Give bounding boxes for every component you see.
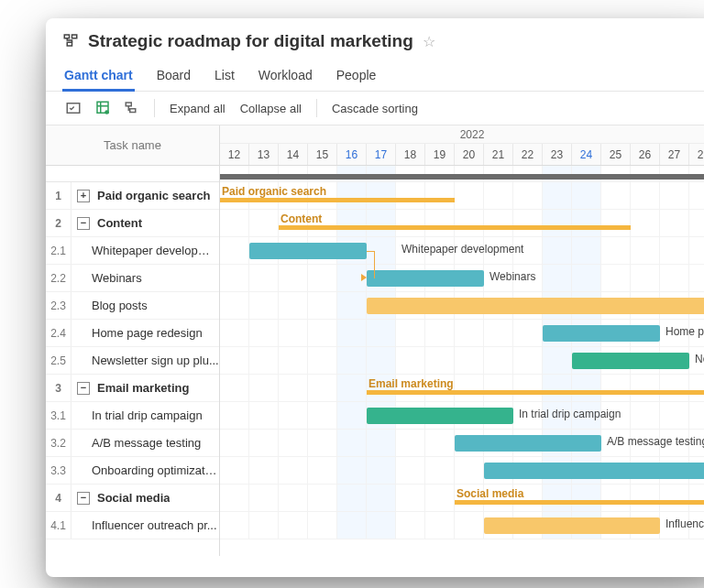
tab-list[interactable]: List: [213, 60, 236, 91]
cascade-sorting-button[interactable]: Cascade sorting: [328, 99, 422, 118]
timeline-header: 2022 1213141516171819202122232425262728: [220, 125, 704, 166]
collapse-icon[interactable]: −: [77, 382, 90, 395]
collapse-icon[interactable]: −: [77, 492, 90, 505]
baseline-icon[interactable]: [92, 98, 114, 118]
day-28: 28: [689, 144, 704, 165]
task-row[interactable]: 2.2Webinars: [46, 265, 219, 292]
task-column: Task name 1+Paid organic search2−Content…: [46, 125, 220, 556]
task-bar[interactable]: [367, 298, 704, 314]
row-index: 4: [46, 485, 72, 511]
dependency-link: [374, 251, 375, 278]
task-name[interactable]: In trial drip campaign: [72, 402, 219, 429]
view-tabs: Gantt chartBoardListWorkloadPeople: [46, 60, 704, 92]
timeline-scrollbar[interactable]: [220, 166, 704, 182]
expand-icon[interactable]: +: [77, 190, 90, 202]
task-bar[interactable]: [367, 270, 484, 287]
gantt-row: Content: [220, 210, 704, 237]
task-row[interactable]: 4.1Influencer outreach pr...: [46, 512, 219, 539]
gantt-row: Blog posts: [220, 292, 704, 320]
row-index: 3.2: [46, 430, 72, 456]
collapse-icon[interactable]: −: [77, 217, 90, 230]
task-row[interactable]: 2.1Whitepaper development: [46, 237, 219, 265]
task-name[interactable]: +Paid organic search: [72, 182, 219, 209]
task-name[interactable]: Whitepaper development: [72, 237, 219, 264]
task-name[interactable]: −Email marketing: [72, 375, 219, 401]
group-bar[interactable]: Social media: [455, 500, 704, 505]
expand-all-button[interactable]: Expand all: [166, 99, 229, 118]
day-14: 14: [279, 144, 308, 165]
task-row[interactable]: 4−Social media: [46, 485, 219, 512]
task-name[interactable]: Onboarding optimization: [72, 457, 219, 484]
gantt-grid: Task name 1+Paid organic search2−Content…: [46, 125, 704, 556]
task-row[interactable]: 3−Email marketing: [46, 375, 219, 402]
task-label: Paid organic search: [97, 189, 211, 202]
task-name[interactable]: −Social media: [72, 485, 219, 511]
row-index: 2.5: [46, 347, 72, 374]
task-row[interactable]: 2.3Blog posts: [46, 292, 219, 320]
group-bar[interactable]: Paid organic search: [220, 198, 455, 202]
task-name[interactable]: −Content: [72, 210, 219, 236]
group-label: Content: [280, 212, 322, 225]
collapse-all-button[interactable]: Collapse all: [236, 99, 305, 118]
group-bar[interactable]: Email marketing: [367, 390, 704, 395]
row-index: 3: [46, 375, 72, 401]
task-name[interactable]: Influencer outreach pr...: [72, 512, 219, 539]
task-bar-label: Home page redesign: [666, 325, 704, 338]
tab-gantt-chart[interactable]: Gantt chart: [62, 60, 135, 91]
task-bar[interactable]: [455, 435, 601, 452]
task-bar[interactable]: [484, 517, 660, 534]
task-name[interactable]: Newsletter sign up plu...: [72, 347, 219, 374]
task-name[interactable]: Home page redesign: [72, 320, 219, 346]
task-row[interactable]: 2.4Home page redesign: [46, 320, 219, 347]
task-label: Webinars: [92, 271, 142, 285]
toolbar: Expand all Collapse all Cascade sorting: [46, 92, 704, 125]
task-row[interactable]: 2−Content: [46, 210, 219, 237]
task-row[interactable]: 2.5Newsletter sign up plu...: [46, 347, 219, 375]
task-row[interactable]: 3.3Onboarding optimization: [46, 457, 219, 485]
task-label: Email marketing: [97, 381, 189, 395]
task-label: Content: [97, 216, 142, 230]
spacer-row: [46, 166, 219, 182]
row-index: 3.1: [46, 402, 72, 429]
group-bar[interactable]: Content: [279, 225, 631, 230]
svg-rect-6: [126, 103, 131, 106]
gantt-row: In trial drip campaign: [220, 402, 704, 430]
header: Strategic roadmap for digital marketing …: [46, 18, 704, 51]
day-18: 18: [396, 144, 425, 165]
task-bar[interactable]: [543, 325, 660, 342]
task-name[interactable]: Blog posts: [72, 292, 219, 319]
row-index: 2.3: [46, 292, 72, 319]
timeline-year: 2022: [220, 125, 704, 144]
checklist-icon[interactable]: [62, 98, 84, 118]
task-name[interactable]: A/B message testing: [72, 430, 219, 456]
task-bar-label: Webinars: [490, 270, 535, 283]
task-bar[interactable]: [572, 353, 689, 369]
day-23: 23: [543, 144, 572, 165]
subtasks-icon[interactable]: [121, 98, 143, 118]
app-window: Strategic roadmap for digital marketing …: [46, 18, 704, 577]
task-name[interactable]: Webinars: [72, 265, 219, 291]
dependency-link: [367, 251, 374, 252]
group-label: Paid organic search: [222, 185, 326, 198]
task-row[interactable]: 3.1In trial drip campaign: [46, 402, 219, 430]
gantt-row: Home page redesign: [220, 320, 704, 347]
tab-workload[interactable]: Workload: [257, 60, 314, 91]
gantt-chart: Paid organic searchContentWhitepaper dev…: [220, 166, 704, 539]
group-label: Email marketing: [368, 377, 454, 390]
task-bar[interactable]: [484, 463, 704, 479]
row-index: 1: [46, 182, 72, 209]
task-bar[interactable]: [367, 408, 513, 424]
star-icon[interactable]: ☆: [423, 33, 435, 50]
row-index: 3.3: [46, 457, 72, 484]
task-bar[interactable]: [249, 243, 367, 259]
gantt-row: Social media: [220, 485, 704, 512]
gantt-row: Webinars: [220, 265, 704, 292]
tab-board[interactable]: Board: [155, 60, 192, 91]
task-row[interactable]: 1+Paid organic search: [46, 182, 219, 210]
task-bar-label: A/B message testing: [607, 435, 704, 448]
task-row[interactable]: 3.2A/B message testing: [46, 430, 219, 457]
task-label: A/B message testing: [92, 436, 201, 450]
timeline-pane[interactable]: 2022 1213141516171819202122232425262728 …: [220, 125, 704, 556]
tab-people[interactable]: People: [335, 60, 379, 91]
row-index: 4.1: [46, 512, 72, 539]
